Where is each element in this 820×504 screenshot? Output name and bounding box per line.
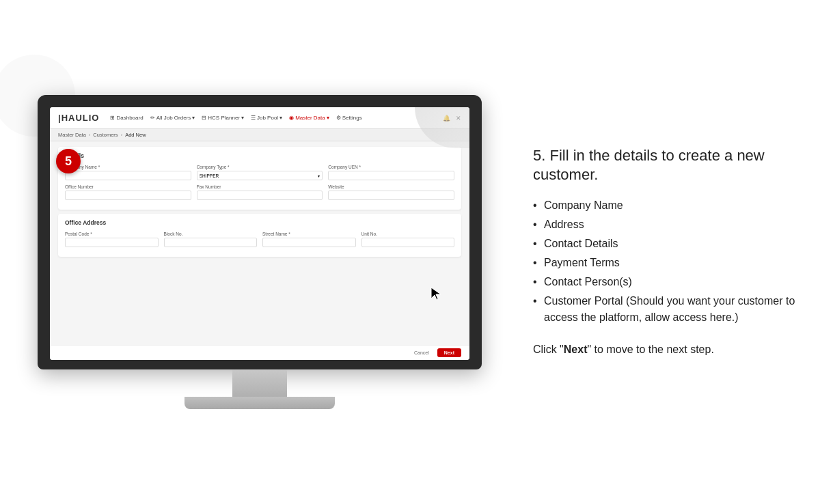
list-item-contact-person: Contact Person(s) [533,272,800,292]
list-item-company-name: Company Name [533,196,800,215]
street-name-group: Street Name * [262,232,356,247]
postal-code-label: Postal Code * [65,232,159,236]
job-orders-icon: ✏ [150,115,155,121]
company-type-group: Company Type * SHIPPER ▾ [197,165,323,180]
footer-actions: Cancel Next [50,345,469,360]
list-item-address: Address [533,215,800,234]
company-name-group: Company Name * [65,165,191,180]
details-row-1: Company Name * Company Type * SHIPPER ▾ [65,165,454,180]
monitor-stand-base [184,397,335,409]
left-section: 5 |HAULIO ⊞ Dashboard [0,0,519,504]
hcs-planner-icon: ⊟ [202,115,206,121]
nav-job-pool[interactable]: ☰ Job Pool ▾ [251,115,282,121]
instruction-footer: Click "Next" to move to the next step. [533,341,800,359]
settings-icon: ⚙ [336,115,341,121]
instruction-list: Company Name Address Contact Details Pay… [533,196,800,327]
right-section: 5. Fill in the details to create a new c… [519,132,820,372]
nav-dashboard[interactable]: ⊞ Dashboard [110,115,143,121]
cancel-button[interactable]: Cancel [410,348,433,357]
logo-text: HAULIO [62,113,100,123]
monitor-screen: |HAULIO ⊞ Dashboard ✏ All Job Orders ▾ [50,107,469,360]
company-type-label: Company Type * [197,165,323,169]
block-no-group: Block No. [164,232,258,247]
chevron-down-icon-3: ▾ [279,115,282,121]
unit-no-label: Unit No. [361,232,455,236]
select-chevron-icon: ▾ [318,173,320,178]
nav-settings[interactable]: ⚙ Settings [336,115,362,121]
company-uen-label: Company UEN * [328,165,454,169]
postal-code-group: Postal Code * [65,232,159,247]
footer-bold: Next [564,344,588,355]
company-uen-input[interactable] [328,171,454,180]
list-item-payment-terms: Payment Terms [533,253,800,272]
footer-suffix: " to move to the next step. [587,344,713,355]
fax-number-input[interactable] [197,191,323,200]
website-input[interactable] [328,191,454,200]
monitor-screen-wrapper: |HAULIO ⊞ Dashboard ✏ All Job Orders ▾ [38,95,482,369]
breadcrumb-customers[interactable]: Customers [93,132,118,138]
breadcrumb: Master Data › Customers › Add New [50,129,469,141]
monitor: |HAULIO ⊞ Dashboard ✏ All Job Orders ▾ [38,95,482,409]
company-name-input[interactable] [65,171,191,180]
chevron-down-icon-4: ▾ [327,115,329,121]
app-logo: |HAULIO [58,113,99,123]
nav-hcs-planner[interactable]: ⊟ HCS Planner ▾ [202,115,244,121]
website-label: Website [328,184,454,189]
footer-prefix: Click " [533,344,564,355]
office-number-input[interactable] [65,191,191,200]
app-body: Details Company Name * Company Type * SH… [50,141,469,346]
company-name-label: Company Name * [65,165,191,169]
block-no-label: Block No. [164,232,258,236]
app-header: |HAULIO ⊞ Dashboard ✏ All Job Orders ▾ [50,107,469,129]
next-button[interactable]: Next [437,348,461,357]
fax-number-group: Fax Number [197,184,323,200]
unit-no-group: Unit No. [361,232,455,247]
fax-number-label: Fax Number [197,184,323,189]
street-name-input[interactable] [262,238,356,247]
address-title: Office Address [65,219,454,226]
dashboard-icon: ⊞ [110,115,115,121]
breadcrumb-sep-2: › [121,132,123,138]
company-type-select[interactable]: SHIPPER ▾ [197,171,323,180]
list-item-customer-portal: Customer Portal (Should you want your cu… [533,292,800,327]
company-uen-group: Company UEN * [328,165,454,180]
address-row-1: Postal Code * Block No. Street Name * [65,232,454,247]
instruction-heading: 5. Fill in the details to create a new c… [533,146,800,185]
job-pool-icon: ☰ [251,115,256,121]
postal-code-input[interactable] [65,238,159,247]
details-title: Details [65,152,454,159]
monitor-stand-neck [232,369,287,397]
cursor-icon [430,286,443,300]
block-no-input[interactable] [164,238,258,247]
app-nav: ⊞ Dashboard ✏ All Job Orders ▾ ⊟ HCS Pla… [110,115,443,121]
website-group: Website [328,184,454,200]
breadcrumb-sep-1: › [89,132,91,138]
unit-no-input[interactable] [361,238,455,247]
street-name-label: Street Name * [262,232,356,236]
breadcrumb-add-new: Add New [125,132,146,138]
office-number-group: Office Number [65,184,191,200]
address-card: Office Address Postal Code * Block No. [58,214,461,257]
details-card: Details Company Name * Company Type * SH… [58,147,461,210]
master-data-icon: ◉ [289,115,294,121]
nav-master-data[interactable]: ◉ Master Data ▾ [289,115,329,121]
office-number-label: Office Number [65,184,191,189]
chevron-down-icon-2: ▾ [241,115,244,121]
list-item-contact-details: Contact Details [533,234,800,253]
step-badge: 5 [56,149,81,173]
chevron-down-icon: ▾ [192,115,195,121]
breadcrumb-master-data[interactable]: Master Data [58,132,86,138]
details-row-2: Office Number Fax Number Website [65,184,454,200]
nav-job-orders[interactable]: ✏ All Job Orders ▾ [150,115,195,121]
